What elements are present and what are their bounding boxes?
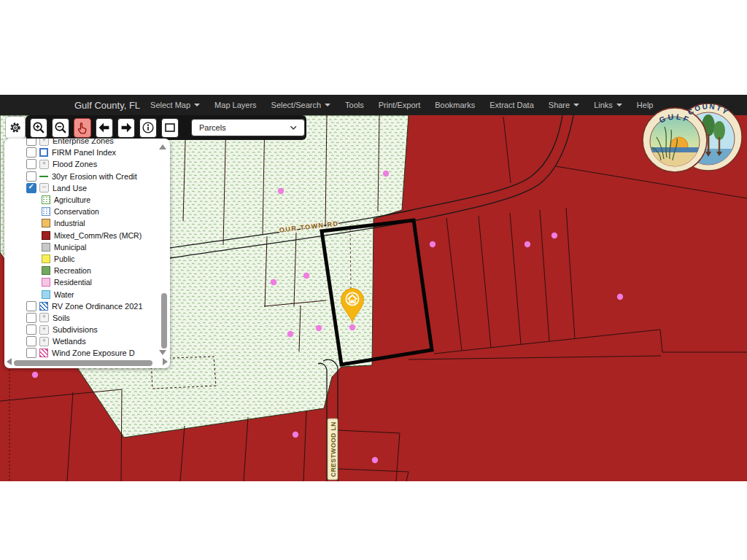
layer-label: RV Zone Ordinance 2021 (52, 302, 143, 311)
layer-label: Agriculture (54, 195, 90, 204)
caret-down-icon (325, 104, 330, 106)
layer-row-soils: +Soils (4, 312, 170, 324)
zoom-out-button[interactable] (52, 118, 69, 138)
unchecked-checkbox[interactable] (26, 301, 36, 311)
layer-label: Wind Zone Exposure D (52, 349, 135, 357)
layer-label: Subdivisions (53, 325, 98, 334)
mcr-legend-swatch-icon (42, 231, 50, 240)
layer-row-30yr-erosion-with-credit: 30yr Erosion with Credit (4, 171, 170, 182)
pan-hand-icon (74, 120, 90, 136)
scroll-down-arrow[interactable] (159, 350, 166, 355)
unchecked-checkbox[interactable] (26, 139, 36, 146)
layer-row-flood-zones: +Flood Zones (4, 158, 170, 170)
nav-item-label: Bookmarks (435, 101, 475, 109)
layer-label: Wetlands (53, 337, 86, 346)
nav-item-extract-data[interactable]: Extract Data (489, 101, 534, 109)
nav-item-links[interactable]: Links (594, 101, 622, 109)
layer-list: +Enterprise ZonesFIRM Panel Index+Flood … (4, 139, 170, 359)
parcel-point-dot (349, 324, 355, 330)
layer-row-conservation: Conservation (4, 206, 170, 217)
layer-label: Public (54, 254, 75, 263)
select-rectangle-button[interactable] (161, 118, 179, 138)
nav-item-map-layers[interactable]: Map Layers (214, 101, 256, 109)
nav-item-label: Print/Export (379, 101, 420, 109)
parcel-point-dot (316, 325, 322, 331)
conservation-legend-swatch-icon (42, 207, 50, 216)
firm-legend-swatch-icon (39, 148, 48, 157)
layer-label: FIRM Panel Index (52, 148, 116, 157)
nav-item-select-map[interactable]: Select Map (150, 101, 200, 109)
unchecked-checkbox[interactable] (26, 336, 36, 346)
layer-label: Residential (54, 278, 92, 287)
layer-row-subdivisions: +Subdivisions (4, 324, 170, 335)
next-extent-arrow-icon (118, 120, 134, 136)
expander-icon[interactable]: + (39, 160, 49, 169)
unchecked-checkbox[interactable] (26, 348, 36, 358)
next-extent-button[interactable] (117, 118, 135, 138)
layer-label: Recreation (54, 266, 91, 275)
nav-item-tools[interactable]: Tools (345, 101, 364, 109)
nav-item-label: Share (549, 101, 570, 109)
pan-hand-button[interactable] (74, 118, 91, 138)
vertical-scrollbar-thumb[interactable] (161, 293, 167, 349)
rv-legend-swatch-icon (39, 302, 48, 311)
nav-item-share[interactable]: Share (549, 101, 579, 109)
parcel-point-dot (617, 294, 623, 300)
layer-label: Municipal (54, 243, 86, 252)
unchecked-checkbox[interactable] (26, 147, 36, 158)
app-title: Gulf County, FL (74, 100, 140, 111)
road-label-crestwood-ln: CRESTWOOD LN (328, 419, 338, 480)
nav-item-label: Tools (345, 101, 364, 109)
svg-text:CRESTWOOD LN: CRESTWOOD LN (330, 421, 337, 477)
map-toolbar: Parcels (26, 115, 306, 140)
parcel-point-dot (551, 233, 557, 238)
checked-checkbox[interactable] (26, 183, 36, 193)
nav-item-label: Select/Search (271, 101, 321, 109)
caret-down-icon (194, 104, 200, 106)
residential-legend-swatch-icon (42, 278, 50, 287)
layer-label: Soils (53, 314, 70, 322)
expander-icon[interactable]: + (39, 313, 49, 322)
scroll-up-arrow[interactable] (159, 144, 166, 149)
horizontal-scrollbar-thumb[interactable] (14, 360, 152, 366)
layer-label: Conservation (54, 207, 99, 216)
unchecked-checkbox[interactable] (26, 313, 36, 323)
layer-row-rv-zone-ordinance-2021: RV Zone Ordinance 2021 (4, 300, 170, 312)
layer-row-water: Water (4, 288, 170, 300)
previous-extent-button[interactable] (96, 118, 113, 138)
identify-button[interactable] (139, 118, 157, 138)
settings-button[interactable] (6, 117, 25, 139)
layer-label: Flood Zones (53, 160, 97, 168)
scroll-left-arrow[interactable] (7, 358, 12, 365)
layer-row-firm-panel-index: FIRM Panel Index (4, 147, 170, 158)
gulf-county-logo: GULF COUNTY (640, 104, 743, 174)
layer-select-dropdown[interactable]: Parcels (191, 119, 305, 136)
select-rectangle-icon (162, 120, 178, 136)
zoom-in-button[interactable] (30, 118, 47, 138)
layer-select-value: Parcels (199, 123, 226, 132)
expander-icon[interactable]: − (39, 183, 49, 192)
layer-label: Mixed_Comm/Res (MCR) (54, 231, 142, 240)
unchecked-checkbox[interactable] (26, 159, 36, 169)
parcel-point-dot (271, 279, 276, 285)
unchecked-checkbox[interactable] (26, 171, 36, 182)
nav-item-bookmarks[interactable]: Bookmarks (435, 101, 475, 109)
unchecked-checkbox[interactable] (26, 324, 36, 335)
nav-item-select-search[interactable]: Select/Search (271, 101, 330, 109)
nav-item-label: Select Map (150, 101, 190, 109)
parcel-point-dot (303, 273, 309, 279)
expander-icon[interactable]: + (39, 325, 49, 335)
top-navbar: Gulf County, FL Select MapMap LayersSele… (0, 95, 747, 115)
scroll-right-arrow[interactable] (163, 358, 168, 365)
zoom-in-icon (31, 120, 47, 136)
nav-item-print-export[interactable]: Print/Export (379, 101, 420, 109)
identify-info-icon (140, 120, 156, 136)
erosion-legend-swatch-icon (39, 172, 48, 181)
layer-label: Industrial (54, 219, 85, 228)
chevron-down-icon (288, 122, 298, 133)
expander-icon[interactable]: + (39, 139, 49, 146)
layer-row-wetlands: +Wetlands (4, 335, 170, 347)
layer-row-residential: Residential (4, 276, 170, 288)
expander-icon[interactable]: + (39, 337, 49, 346)
nav-menu: Select MapMap LayersSelect/SearchToolsPr… (150, 101, 667, 109)
